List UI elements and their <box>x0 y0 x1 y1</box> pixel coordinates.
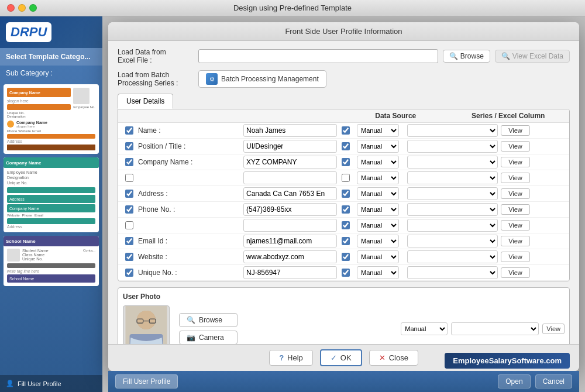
excel-file-input[interactable] <box>198 49 438 63</box>
data-source-select-0[interactable]: Manual Excel <box>357 124 399 137</box>
sidebar-bottom-label: Fill User Profile <box>18 380 61 387</box>
field-value-input-2[interactable] <box>243 156 337 169</box>
row-value-checkbox-cell <box>337 126 355 135</box>
photo-browse-button[interactable]: 🔍 Browse <box>179 313 238 327</box>
template-card-3[interactable]: School Name Student Name Class Name Uniq… <box>4 236 99 286</box>
field-view-button-1[interactable]: View <box>501 141 530 152</box>
field-checkbox-6[interactable] <box>125 221 133 229</box>
load-batch-row: Load from BatchProcessing Series : ⚙ Bat… <box>118 70 570 88</box>
data-source-select-2[interactable]: Manual Excel <box>357 156 399 169</box>
series-select-0[interactable] <box>407 124 498 137</box>
series-select-5[interactable] <box>407 203 498 216</box>
data-source-select-9[interactable]: Manual Excel <box>357 266 399 279</box>
photo-source-select[interactable]: Manual <box>401 322 448 335</box>
user-photo-section: User Photo <box>118 287 570 344</box>
field-value-input-5[interactable] <box>243 203 337 216</box>
field-value-input-9[interactable] <box>243 266 337 279</box>
row-value-checkbox-cell <box>337 174 355 182</box>
field-value-input-8[interactable] <box>243 250 337 263</box>
field-checkbox-5[interactable] <box>125 205 133 214</box>
field-checkbox-8[interactable] <box>125 253 133 261</box>
field-value-checkbox-7[interactable] <box>342 237 350 245</box>
photo-display <box>123 305 170 344</box>
field-checkbox-4[interactable] <box>125 190 133 198</box>
field-checkbox-0[interactable] <box>125 126 133 135</box>
field-label-0: Name : <box>138 126 243 135</box>
minimize-window-button[interactable] <box>18 4 26 12</box>
field-value-checkbox-4[interactable] <box>342 190 350 198</box>
field-view-button-8[interactable]: View <box>501 252 530 262</box>
batch-processing-button[interactable]: ⚙ Batch Processing Management <box>198 70 326 88</box>
field-checkbox-7[interactable] <box>125 237 133 245</box>
series-select-6[interactable] <box>407 219 498 232</box>
series-select-8[interactable] <box>407 250 498 263</box>
row-checkbox-cell <box>121 269 138 277</box>
field-label-1: Position / Title : <box>138 142 243 150</box>
photo-series-select[interactable] <box>451 322 539 335</box>
photo-view-button[interactable]: View <box>542 324 565 334</box>
series-select-1[interactable] <box>407 140 498 153</box>
dialog: Front Side User Profile Information Load… <box>108 22 579 371</box>
field-value-input-6[interactable] <box>243 219 337 232</box>
field-value-input-4[interactable] <box>243 187 337 200</box>
field-value-checkbox-2[interactable] <box>342 158 350 166</box>
field-checkbox-3[interactable] <box>125 174 133 182</box>
field-value-input-7[interactable] <box>243 235 337 247</box>
field-label-5: Phone No. : <box>138 205 243 214</box>
field-value-checkbox-3[interactable] <box>342 174 350 182</box>
series-select-4[interactable] <box>407 187 498 200</box>
cancel-bottom-button[interactable]: Cancel <box>535 374 572 388</box>
maximize-window-button[interactable] <box>29 4 37 12</box>
data-source-select-6[interactable]: Manual Excel <box>357 219 399 232</box>
field-value-checkbox-8[interactable] <box>342 253 350 261</box>
view-excel-button[interactable]: 🔍 View Excel Data <box>495 50 570 63</box>
sidebar: DRPU Select Template Catego... Sub Categ… <box>0 16 102 392</box>
field-value-checkbox-9[interactable] <box>342 269 350 277</box>
field-view-button-7[interactable]: View <box>501 236 530 246</box>
series-select-9[interactable] <box>407 266 498 279</box>
sidebar-bottom: 👤 Fill User Profile <box>0 375 102 392</box>
field-checkbox-2[interactable] <box>125 158 133 166</box>
fill-profile-bottom-button[interactable]: Fill User Profile <box>115 374 178 388</box>
search-icon: 🔍 <box>449 52 458 60</box>
data-source-select-4[interactable]: Manual Excel <box>357 187 399 200</box>
template-card-2[interactable]: Company Name Employee Name Designation U… <box>4 157 99 232</box>
ok-button[interactable]: ✓ OK <box>320 349 362 366</box>
field-checkbox-1[interactable] <box>125 142 133 150</box>
field-view-button-9[interactable]: View <box>501 267 530 278</box>
close-button[interactable]: ✕ Close <box>369 350 418 366</box>
close-window-button[interactable] <box>7 4 15 12</box>
series-select-7[interactable] <box>407 235 498 247</box>
camera-button[interactable]: 📷 Camera <box>179 331 238 344</box>
field-view-button-4[interactable]: View <box>501 188 530 199</box>
field-value-checkbox-0[interactable] <box>342 126 350 135</box>
field-view-button-5[interactable]: View <box>501 204 530 215</box>
field-value-checkbox-1[interactable] <box>342 142 350 150</box>
data-source-select-7[interactable]: Manual Excel <box>357 235 399 247</box>
field-view-button-2[interactable]: View <box>501 157 530 167</box>
field-view-button-3[interactable]: View <box>501 173 530 183</box>
template-card-1[interactable]: Company Name slogan here Unique No. Desi… <box>4 84 99 154</box>
help-button[interactable]: ? Help <box>269 350 313 366</box>
open-bottom-button[interactable]: Open <box>498 374 530 388</box>
field-value-checkbox-5[interactable] <box>342 205 350 214</box>
field-value-input-3[interactable] <box>243 171 337 184</box>
data-source-select-8[interactable]: Manual Excel <box>357 250 399 263</box>
field-checkbox-9[interactable] <box>125 269 133 277</box>
field-value-input-0[interactable] <box>243 124 337 137</box>
field-view-button-6[interactable]: View <box>501 220 530 231</box>
table-row: Unique No. : Manual Excel View <box>118 265 569 281</box>
data-source-select-1[interactable]: Manual Excel <box>357 140 399 153</box>
field-value-checkbox-6[interactable] <box>342 221 350 229</box>
template-grid: Company Name slogan here Unique No. Desi… <box>0 81 102 375</box>
tab-user-details[interactable]: User Details <box>118 94 173 109</box>
excel-browse-button[interactable]: 🔍 Browse <box>443 50 490 63</box>
field-label-8: Website : <box>138 253 243 261</box>
field-value-input-1[interactable] <box>243 140 337 153</box>
field-view-button-0[interactable]: View <box>501 125 530 136</box>
user-photo-title: User Photo <box>123 293 565 301</box>
series-select-3[interactable] <box>407 171 498 184</box>
data-source-select-3[interactable]: Manual Excel <box>357 171 399 184</box>
data-source-select-5[interactable]: Manual Excel <box>357 203 399 216</box>
series-select-2[interactable] <box>407 156 498 169</box>
